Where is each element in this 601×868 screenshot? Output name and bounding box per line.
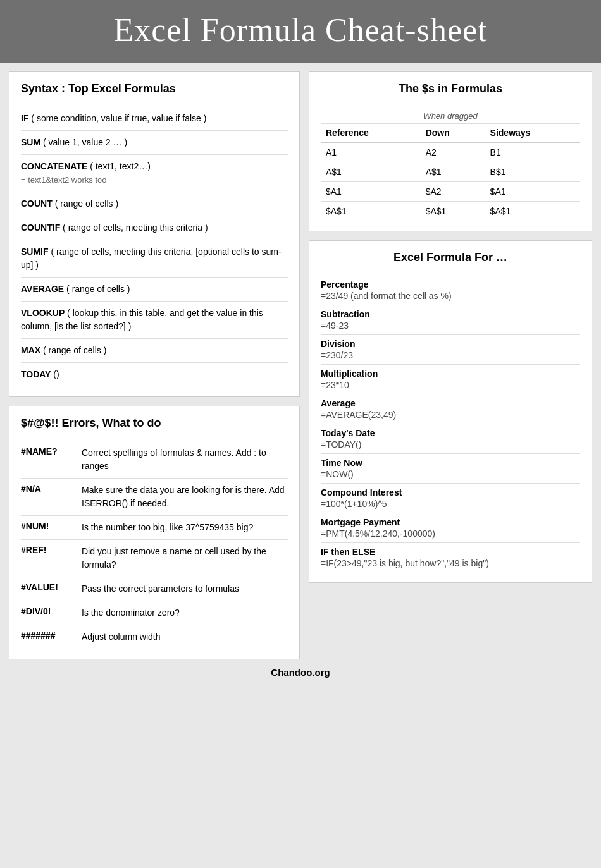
formula-item: Average=AVERAGE(23,49) — [321, 394, 580, 424]
dollars-cell: $A$1 — [421, 202, 485, 221]
error-code: #DIV/0! — [21, 606, 71, 616]
syntax-note: = text1&text2 works too — [21, 175, 106, 185]
formula-label: Multiplication — [321, 369, 580, 379]
dollars-cell: A2 — [421, 142, 485, 162]
formula-item: Percentage=23/49 (and format the cell as… — [321, 276, 580, 305]
formula-label: Division — [321, 339, 580, 349]
formula-label: Today's Date — [321, 428, 580, 438]
syntax-title: Syntax : Top Excel Formulas — [21, 82, 288, 99]
syntax-keyword: TODAY — [21, 369, 51, 379]
page-title: Excel Formula Cheat-sheet — [113, 12, 487, 48]
formula-label: Compound Interest — [321, 487, 580, 498]
formula-value: =23*10 — [321, 380, 580, 390]
error-row: #N/AMake sure the data you are looking f… — [21, 479, 288, 516]
right-column: The $s in Formulas When dragged Referenc… — [309, 71, 592, 659]
when-dragged-label: When dragged — [321, 107, 580, 124]
dollars-row: A1A2B1 — [321, 142, 580, 162]
syntax-item: IF ( some condition, value if true, valu… — [21, 107, 288, 131]
formula-value: =PMT(4.5%/12,240,-100000) — [321, 529, 580, 539]
error-row: #VALUE!Pass the correct parameters to fo… — [21, 577, 288, 601]
error-code: #NAME? — [21, 446, 71, 456]
formula-value: =100*(1+10%)^5 — [321, 499, 580, 509]
dollars-cell: A$1 — [321, 162, 421, 182]
syntax-keyword: VLOOKUP — [21, 308, 65, 318]
syntax-keyword: CONCATENATE — [21, 161, 87, 171]
syntax-keyword: SUM — [21, 137, 40, 147]
dollars-col-header: Sideways — [485, 124, 580, 143]
footer: Chandoo.org — [0, 659, 601, 685]
dollars-cell: A$1 — [421, 162, 485, 182]
error-row: #######Adjust column width — [21, 625, 288, 649]
syntax-keyword: SUMIF — [21, 247, 49, 257]
syntax-keyword: AVERAGE — [21, 284, 64, 294]
error-desc: Adjust column width — [82, 630, 161, 644]
formula-item: Mortgage Payment=PMT(4.5%/12,240,-100000… — [321, 513, 580, 543]
formula-label: IF then ELSE — [321, 547, 580, 557]
formula-label: Mortgage Payment — [321, 517, 580, 527]
formula-item: Multiplication=23*10 — [321, 365, 580, 394]
formula-label: Percentage — [321, 279, 580, 290]
syntax-item: MAX ( range of cells ) — [21, 339, 288, 363]
syntax-item: TODAY () — [21, 363, 288, 386]
dollars-title: The $s in Formulas — [321, 82, 580, 99]
error-row: #REF!Did you just remove a name or cell … — [21, 540, 288, 577]
left-column: Syntax : Top Excel Formulas IF ( some co… — [9, 71, 300, 659]
dollars-cell: $A$1 — [485, 202, 580, 221]
syntax-item: SUM ( value 1, value 2 … ) — [21, 131, 288, 155]
formula-value: =230/23 — [321, 350, 580, 360]
error-code: #REF! — [21, 545, 71, 555]
error-row: #NAME?Correct spellings of formulas & na… — [21, 441, 288, 479]
main-content: Syntax : Top Excel Formulas IF ( some co… — [0, 63, 601, 659]
dollars-table: When dragged ReferenceDownSideways A1A2B… — [321, 107, 580, 221]
formula-label: Subtraction — [321, 309, 580, 319]
dollars-col-header: Reference — [321, 124, 421, 143]
dollars-box: The $s in Formulas When dragged Referenc… — [309, 71, 592, 231]
dollars-cell: B$1 — [485, 162, 580, 182]
dollars-row: $A1$A2$A1 — [321, 182, 580, 202]
formulas-for-title: Excel Formula For … — [321, 251, 580, 268]
syntax-item: AVERAGE ( range of cells ) — [21, 278, 288, 302]
error-row: #NUM!Is the number too big, like 37^5759… — [21, 516, 288, 540]
error-desc: Is the number too big, like 37^5759435 b… — [82, 521, 253, 534]
error-row: #DIV/0!Is the denominator zero? — [21, 601, 288, 625]
formula-item: Time Now=NOW() — [321, 454, 580, 484]
formula-item: Today's Date=TODAY() — [321, 424, 580, 454]
syntax-item: VLOOKUP ( lookup this, in this table, an… — [21, 302, 288, 339]
formula-label: Average — [321, 398, 580, 408]
error-desc: Correct spellings of formulas & names. A… — [82, 446, 288, 473]
formula-item: Subtraction=49-23 — [321, 305, 580, 335]
syntax-keyword: IF — [21, 113, 28, 123]
error-code: #N/A — [21, 484, 71, 494]
syntax-item: COUNT ( range of cells ) — [21, 192, 288, 216]
syntax-item: SUMIF ( range of cells, meeting this cri… — [21, 240, 288, 278]
formula-item: Division=230/23 — [321, 335, 580, 365]
errors-list: #NAME?Correct spellings of formulas & na… — [21, 441, 288, 649]
page-header: Excel Formula Cheat-sheet — [0, 0, 601, 63]
dollars-cell: $A1 — [485, 182, 580, 202]
dollars-cell: $A1 — [321, 182, 421, 202]
syntax-item: COUNTIF ( range of cells, meeting this c… — [21, 216, 288, 240]
formula-value: =IF(23>49,"23 is big, but how?","49 is b… — [321, 558, 580, 568]
dollars-cell: A1 — [321, 142, 421, 162]
error-desc: Is the denominator zero? — [82, 606, 180, 620]
syntax-list: IF ( some condition, value if true, valu… — [21, 107, 288, 386]
error-code: #NUM! — [21, 521, 71, 531]
dollars-cell: $A$1 — [321, 202, 421, 221]
formulas-for-list: Percentage=23/49 (and format the cell as… — [321, 276, 580, 572]
footer-text: Chandoo.org — [271, 667, 330, 678]
syntax-keyword: COUNT — [21, 199, 53, 209]
formula-value: =TODAY() — [321, 439, 580, 449]
error-desc: Pass the correct parameters to formulas — [82, 582, 239, 596]
dollars-header-row: ReferenceDownSideways — [321, 124, 580, 143]
syntax-item: CONCATENATE ( text1, text2…)= text1&text… — [21, 155, 288, 192]
error-desc: Did you just remove a name or cell used … — [82, 545, 288, 572]
formula-value: =23/49 (and format the cell as %) — [321, 291, 580, 301]
formulas-for-box: Excel Formula For … Percentage=23/49 (an… — [309, 240, 592, 583]
dollars-col-header: Down — [421, 124, 485, 143]
error-desc: Make sure the data you are looking for i… — [82, 484, 288, 510]
dollars-table-body: A1A2B1A$1A$1B$1$A1$A2$A1$A$1$A$1$A$1 — [321, 142, 580, 221]
formula-value: =49-23 — [321, 321, 580, 331]
formula-value: =NOW() — [321, 469, 580, 479]
errors-box: $#@$!! Errors, What to do #NAME?Correct … — [9, 406, 300, 659]
syntax-keyword: COUNTIF — [21, 223, 60, 233]
